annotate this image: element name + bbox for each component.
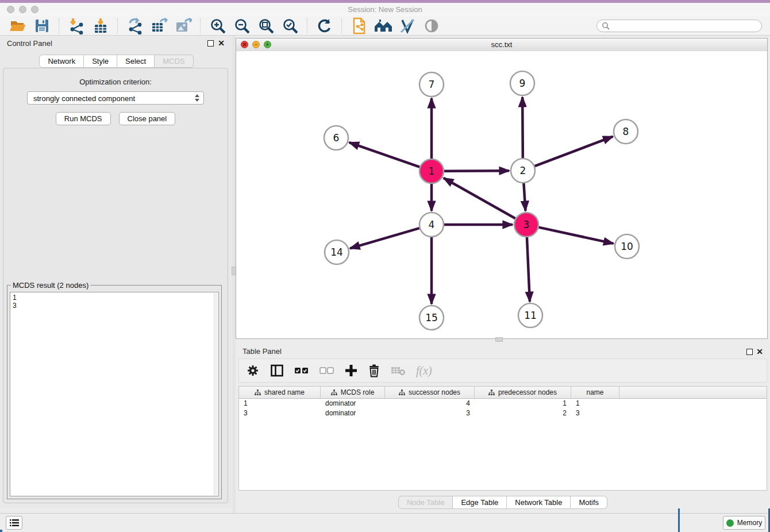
network-file-icon[interactable] bbox=[349, 17, 369, 34]
task-history-button[interactable] bbox=[6, 516, 22, 530]
graph-node-label: 2 bbox=[520, 165, 526, 176]
criterion-value: strongly connected component bbox=[33, 94, 135, 103]
toolbar-separator bbox=[307, 18, 308, 33]
eye-icon[interactable] bbox=[422, 17, 441, 34]
tab-select[interactable]: Select bbox=[117, 55, 155, 68]
export-image-icon[interactable] bbox=[174, 17, 193, 34]
float-panel-icon[interactable] bbox=[746, 349, 753, 355]
column-header-mcds-role[interactable]: MCDS role bbox=[321, 387, 385, 398]
graph-node-11[interactable]: 11 bbox=[518, 303, 542, 327]
open-folder-icon[interactable] bbox=[8, 17, 28, 34]
graph-edge-2-9[interactable] bbox=[522, 97, 523, 158]
column-header-name[interactable]: name bbox=[571, 387, 619, 398]
zoom-in-icon[interactable] bbox=[208, 17, 228, 34]
graph-node-label: 4 bbox=[429, 219, 435, 230]
graph-node-label: 10 bbox=[621, 241, 633, 252]
tab-mcds[interactable]: MCDS bbox=[155, 55, 193, 68]
memory-button[interactable]: Memory bbox=[723, 516, 765, 530]
trash-icon[interactable] bbox=[368, 364, 380, 377]
network-window-titlebar: ✕ – + scc.txt bbox=[236, 38, 767, 52]
gear-icon[interactable] bbox=[246, 364, 260, 377]
graph-edge-2-8[interactable] bbox=[535, 137, 613, 167]
houses-icon[interactable] bbox=[374, 17, 393, 34]
toolbar-separator bbox=[59, 18, 60, 33]
graph-node-6[interactable]: 6 bbox=[324, 126, 348, 150]
column-header-successor-nodes[interactable]: successor nodes bbox=[385, 387, 475, 398]
graph-edge-1-2[interactable] bbox=[444, 171, 509, 171]
toolbar-separator bbox=[200, 18, 201, 33]
memory-label: Memory bbox=[737, 519, 762, 527]
import-table-icon[interactable] bbox=[91, 17, 110, 34]
desktop-sliver bbox=[678, 508, 680, 532]
graphics-details-icon[interactable] bbox=[398, 17, 417, 34]
table-row[interactable]: 3 dominator 3 2 3 bbox=[239, 408, 767, 418]
graph-node-10[interactable]: 10 bbox=[615, 234, 639, 259]
tab-node-table[interactable]: Node Table bbox=[398, 496, 453, 509]
graph-node-15[interactable]: 15 bbox=[419, 306, 444, 330]
graph-edge-1-6[interactable] bbox=[349, 142, 420, 167]
graph-node-9[interactable]: 9 bbox=[510, 71, 534, 95]
list-icon bbox=[10, 519, 19, 527]
tab-network-table[interactable]: Network Table bbox=[507, 496, 571, 509]
graph-edge-3-10[interactable] bbox=[538, 228, 613, 244]
hierarchy-icon bbox=[255, 390, 261, 396]
zoom-out-icon[interactable] bbox=[232, 17, 252, 34]
table-row[interactable]: 1 dominator 4 1 1 bbox=[239, 399, 767, 408]
import-network-icon[interactable] bbox=[67, 17, 86, 34]
graph-node-label: 8 bbox=[623, 126, 629, 137]
mcds-result-title: MCDS result (2 nodes) bbox=[11, 281, 90, 290]
add-column-icon[interactable] bbox=[345, 364, 357, 377]
float-panel-icon[interactable] bbox=[207, 40, 214, 47]
run-mcds-button[interactable]: Run MCDS bbox=[56, 112, 111, 125]
graph-node-label: 14 bbox=[330, 246, 343, 258]
mcds-result-text[interactable]: 1 3 bbox=[10, 292, 219, 496]
tab-style[interactable]: Style bbox=[84, 55, 117, 68]
deselect-all-icon[interactable] bbox=[319, 366, 334, 375]
table-panel-title: Table Panel bbox=[242, 347, 282, 356]
select-all-icon[interactable] bbox=[294, 366, 309, 375]
tab-network[interactable]: Network bbox=[39, 55, 84, 68]
search-input[interactable] bbox=[613, 21, 757, 30]
result-line: 3 bbox=[13, 302, 216, 310]
graph-edge-3-11[interactable] bbox=[527, 237, 530, 302]
splitter-handle[interactable] bbox=[495, 337, 503, 342]
graph-node-1[interactable]: 1 bbox=[419, 159, 444, 183]
result-scrollbar[interactable] bbox=[214, 293, 218, 495]
toolbar-separator bbox=[341, 18, 342, 33]
graph-node-3[interactable]: 3 bbox=[514, 213, 538, 237]
graph-node-8[interactable]: 8 bbox=[614, 119, 638, 144]
window-title: Session: New Session bbox=[0, 3, 770, 16]
network-canvas[interactable]: 1234678910111415 bbox=[236, 51, 767, 338]
graph-edge-3-1[interactable] bbox=[444, 178, 515, 218]
graph-node-7[interactable]: 7 bbox=[419, 72, 444, 97]
close-panel-icon[interactable]: ✕ bbox=[756, 346, 763, 357]
node-table: shared name MCDS role successor nodes pr… bbox=[238, 386, 767, 491]
hierarchy-icon bbox=[488, 390, 495, 396]
graph-edge-2-3[interactable] bbox=[523, 183, 525, 211]
graph-node-label: 6 bbox=[333, 132, 340, 144]
horizontal-splitter[interactable] bbox=[236, 339, 770, 344]
graph-edge-4-14[interactable] bbox=[350, 228, 419, 248]
zoom-fit-icon[interactable] bbox=[256, 17, 276, 34]
status-bar: Memory bbox=[0, 513, 770, 532]
graph-node-4[interactable]: 4 bbox=[419, 213, 444, 237]
tab-edge-table[interactable]: Edge Table bbox=[453, 496, 507, 509]
network-view-window: ✕ – + scc.txt 1234678910111415 bbox=[236, 38, 768, 339]
column-panel-icon[interactable] bbox=[270, 364, 284, 377]
close-panel-icon[interactable]: ✕ bbox=[218, 38, 225, 48]
close-panel-button[interactable]: Close panel bbox=[119, 112, 176, 125]
criterion-dropdown[interactable]: strongly connected component bbox=[27, 91, 204, 105]
search-field[interactable] bbox=[596, 20, 762, 32]
export-network-icon[interactable] bbox=[125, 17, 145, 34]
export-table-icon[interactable] bbox=[149, 17, 169, 34]
refresh-icon[interactable] bbox=[315, 17, 334, 34]
column-header-shared-name[interactable]: shared name bbox=[239, 387, 321, 398]
graph-node-14[interactable]: 14 bbox=[325, 240, 349, 264]
save-icon[interactable] bbox=[32, 17, 52, 34]
graph-node-2[interactable]: 2 bbox=[511, 159, 535, 183]
column-header-predecessor-nodes[interactable]: predecessor nodes bbox=[475, 387, 571, 398]
function-builder-icon: f(x) bbox=[416, 364, 432, 377]
graph-node-label: 15 bbox=[425, 312, 438, 323]
tab-motifs[interactable]: Motifs bbox=[571, 496, 607, 509]
zoom-selected-icon[interactable] bbox=[280, 17, 300, 34]
